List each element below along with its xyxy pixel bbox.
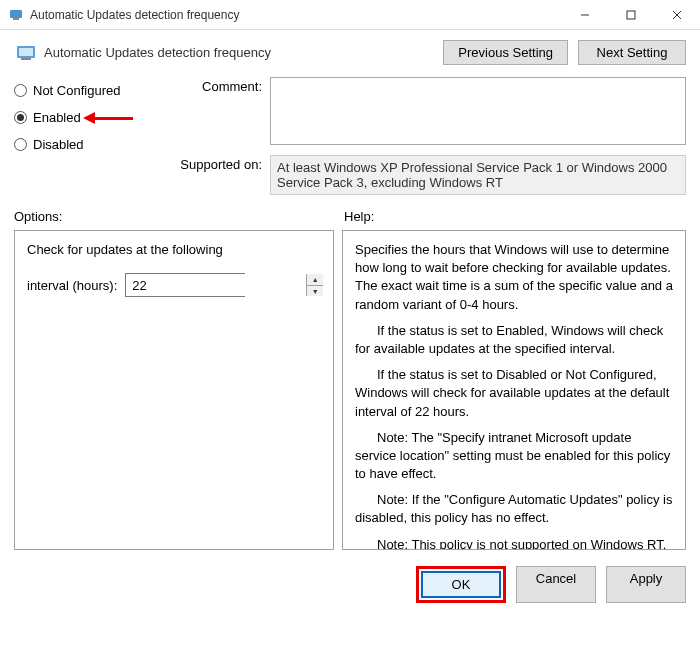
radio-icon <box>14 138 27 151</box>
spinner-down-icon[interactable]: ▼ <box>307 285 323 296</box>
close-button[interactable] <box>654 0 700 30</box>
svg-rect-7 <box>21 58 31 60</box>
next-setting-button[interactable]: Next Setting <box>578 40 686 65</box>
state-radios: Not Configured Enabled Disabled <box>14 77 154 195</box>
annotation-highlight: OK <box>416 566 506 603</box>
svg-rect-8 <box>19 48 33 56</box>
radio-icon <box>14 84 27 97</box>
radio-label: Disabled <box>33 137 84 152</box>
previous-setting-button[interactable]: Previous Setting <box>443 40 568 65</box>
radio-label: Enabled <box>33 110 81 125</box>
policy-icon <box>14 41 38 65</box>
options-panel: Check for updates at the following inter… <box>14 230 334 550</box>
svg-rect-0 <box>10 10 22 18</box>
minimize-button[interactable] <box>562 0 608 30</box>
interval-input[interactable] <box>126 274 306 296</box>
titlebar: Automatic Updates detection frequency <box>0 0 700 30</box>
header-row: Automatic Updates detection frequency Pr… <box>0 30 700 71</box>
window-title: Automatic Updates detection frequency <box>30 8 562 22</box>
help-text: Note: If the "Configure Automatic Update… <box>355 491 673 527</box>
help-text: If the status is set to Enabled, Windows… <box>355 322 673 358</box>
help-text: Specifies the hours that Windows will us… <box>355 241 673 314</box>
help-text: If the status is set to Disabled or Not … <box>355 366 673 421</box>
help-text: Note: This policy is not supported on Wi… <box>355 536 673 549</box>
window-controls <box>562 0 700 30</box>
help-label: Help: <box>344 209 374 224</box>
ok-button[interactable]: OK <box>421 571 501 598</box>
help-panel: Specifies the hours that Windows will us… <box>342 230 686 550</box>
header-title: Automatic Updates detection frequency <box>44 45 443 60</box>
radio-icon <box>14 111 27 124</box>
svg-rect-3 <box>627 11 635 19</box>
interval-label: interval (hours): <box>27 278 117 293</box>
annotation-arrow-icon <box>83 112 133 124</box>
radio-not-configured[interactable]: Not Configured <box>14 77 154 104</box>
apply-button[interactable]: Apply <box>606 566 686 603</box>
comment-input[interactable] <box>270 77 686 145</box>
svg-rect-1 <box>13 18 19 20</box>
help-text: Note: The "Specify intranet Microsoft up… <box>355 429 673 484</box>
options-text: Check for updates at the following <box>27 241 321 259</box>
options-label: Options: <box>14 209 344 224</box>
radio-disabled[interactable]: Disabled <box>14 131 154 158</box>
interval-spinner[interactable]: ▲ ▼ <box>125 273 245 297</box>
comment-label: Comment: <box>172 77 262 145</box>
dialog-buttons: OK Cancel Apply <box>0 558 700 617</box>
radio-enabled[interactable]: Enabled <box>14 104 154 131</box>
radio-label: Not Configured <box>33 83 120 98</box>
spinner-up-icon[interactable]: ▲ <box>307 274 323 285</box>
supported-on-value: At least Windows XP Professional Service… <box>270 155 686 195</box>
supported-on-label: Supported on: <box>172 155 262 195</box>
app-icon <box>8 7 24 23</box>
cancel-button[interactable]: Cancel <box>516 566 596 603</box>
maximize-button[interactable] <box>608 0 654 30</box>
